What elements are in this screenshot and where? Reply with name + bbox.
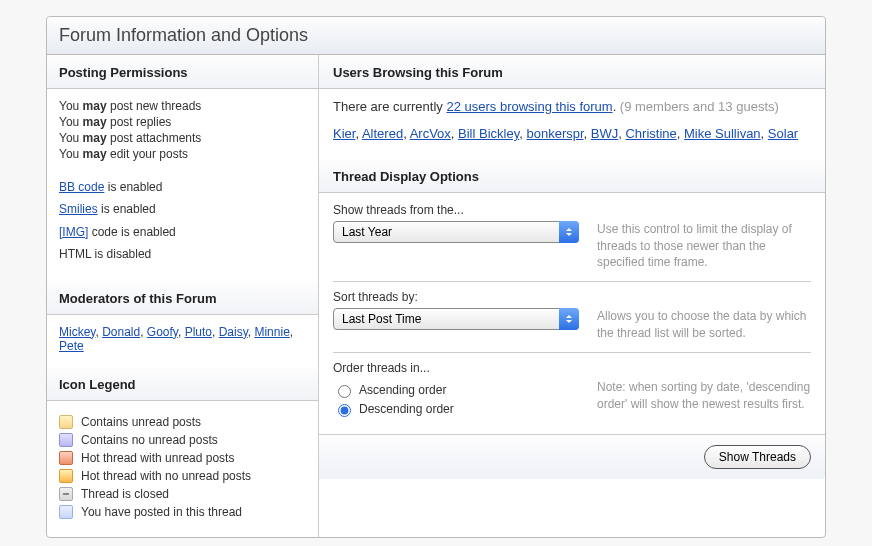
browsers-title: Users Browsing this Forum bbox=[319, 55, 825, 89]
forum-info-panel: Forum Information and Options Posting Pe… bbox=[46, 16, 826, 538]
left-column: Posting Permissions You may post new thr… bbox=[47, 55, 319, 537]
posting-permissions-body: You may post new threads You may post re… bbox=[47, 89, 318, 281]
moderators-title: Moderators of this Forum bbox=[47, 281, 318, 315]
nounread-icon bbox=[59, 433, 73, 447]
hot-unread-icon bbox=[59, 451, 73, 465]
browsing-user-link[interactable]: Altered bbox=[362, 126, 403, 141]
panel-title: Forum Information and Options bbox=[47, 17, 825, 55]
img-link[interactable]: [IMG] bbox=[59, 225, 88, 239]
moderator-link[interactable]: Minnie bbox=[254, 325, 289, 339]
display-options-title: Thread Display Options bbox=[319, 159, 825, 193]
legend-hot-nounread: Hot thread with no unread posts bbox=[81, 469, 251, 483]
legend-closed: Thread is closed bbox=[81, 487, 169, 501]
show-threads-select[interactable]: Last Year bbox=[333, 221, 579, 243]
right-column: Users Browsing this Forum There are curr… bbox=[319, 55, 825, 537]
icon-legend-body: Contains unread posts Contains no unread… bbox=[47, 401, 318, 537]
unread-icon bbox=[59, 415, 73, 429]
moderator-link[interactable]: Daisy bbox=[219, 325, 248, 339]
show-threads-desc: Use this control to limit the display of… bbox=[597, 221, 811, 271]
show-threads-button[interactable]: Show Threads bbox=[704, 445, 811, 469]
smilies-link[interactable]: Smilies bbox=[59, 202, 98, 216]
browsing-count-link[interactable]: 22 users browsing this forum bbox=[446, 99, 612, 114]
moderator-link[interactable]: Pete bbox=[59, 339, 84, 353]
browsing-user-link[interactable]: Mike Sullivan bbox=[684, 126, 761, 141]
sort-threads-select[interactable]: Last Post Time bbox=[333, 308, 579, 330]
browsing-user-link[interactable]: ArcVox bbox=[410, 126, 451, 141]
browsing-user-link[interactable]: BWJ bbox=[591, 126, 618, 141]
legend-unread: Contains unread posts bbox=[81, 415, 201, 429]
browsing-user-link[interactable]: Christine bbox=[625, 126, 676, 141]
moderator-link[interactable]: Mickey bbox=[59, 325, 95, 339]
order-threads-label: Order threads in... bbox=[333, 361, 811, 375]
legend-hot-unread: Hot thread with unread posts bbox=[81, 451, 234, 465]
moderator-link[interactable]: Goofy bbox=[147, 325, 178, 339]
moderators-body: Mickey, Donald, Goofy, Pluto, Daisy, Min… bbox=[47, 315, 318, 367]
order-desc-radio[interactable] bbox=[338, 404, 351, 417]
order-asc-radio[interactable] bbox=[338, 385, 351, 398]
browsing-user-link[interactable]: Bill Bickley bbox=[458, 126, 519, 141]
moderator-link[interactable]: Pluto bbox=[185, 325, 212, 339]
show-threads-label: Show threads from the... bbox=[333, 203, 811, 217]
footer-bar: Show Threads bbox=[319, 434, 825, 479]
moderator-link[interactable]: Donald bbox=[102, 325, 140, 339]
browsing-user-link[interactable]: Solar bbox=[768, 126, 798, 141]
order-threads-desc: Note: when sorting by date, 'descending … bbox=[597, 379, 811, 413]
browsing-user-link[interactable]: bonkerspr bbox=[526, 126, 583, 141]
posting-permissions-title: Posting Permissions bbox=[47, 55, 318, 89]
bbcode-link[interactable]: BB code bbox=[59, 180, 104, 194]
legend-nounread: Contains no unread posts bbox=[81, 433, 218, 447]
hot-nounread-icon bbox=[59, 469, 73, 483]
browsing-user-link[interactable]: Kier bbox=[333, 126, 355, 141]
sort-threads-desc: Allows you to choose the data by which t… bbox=[597, 308, 811, 342]
browsers-body: There are currently 22 users browsing th… bbox=[319, 89, 825, 159]
icon-legend-title: Icon Legend bbox=[47, 367, 318, 401]
closed-icon bbox=[59, 487, 73, 501]
posted-icon bbox=[59, 505, 73, 519]
sort-threads-label: Sort threads by: bbox=[333, 290, 811, 304]
display-options-body: Show threads from the... Last Year Use t… bbox=[319, 193, 825, 434]
legend-posted: You have posted in this thread bbox=[81, 505, 242, 519]
